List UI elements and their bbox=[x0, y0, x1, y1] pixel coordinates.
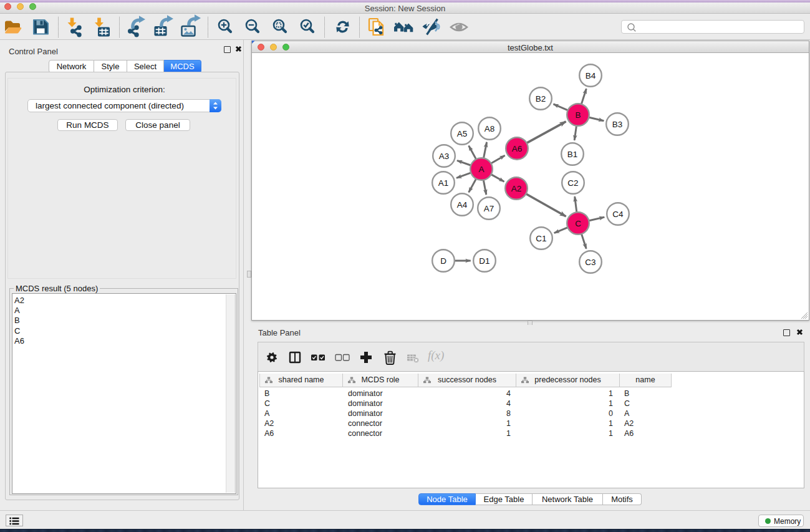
svg-text:B3: B3 bbox=[612, 120, 623, 129]
svg-text:C3: C3 bbox=[585, 258, 595, 267]
svg-text:C4: C4 bbox=[612, 210, 624, 219]
svg-text:A1: A1 bbox=[438, 178, 449, 188]
svg-text:A6: A6 bbox=[512, 144, 523, 153]
svg-text:A3: A3 bbox=[439, 152, 450, 161]
svg-text:A: A bbox=[478, 165, 484, 174]
svg-text:D: D bbox=[440, 256, 446, 266]
svg-text:A2: A2 bbox=[511, 184, 522, 193]
svg-text:A4: A4 bbox=[457, 200, 468, 210]
svg-text:C1: C1 bbox=[536, 234, 546, 243]
svg-text:B1: B1 bbox=[567, 150, 578, 159]
svg-text:B: B bbox=[575, 110, 581, 120]
svg-text:B2: B2 bbox=[536, 94, 546, 104]
svg-text:C2: C2 bbox=[567, 178, 578, 188]
svg-text:A5: A5 bbox=[457, 129, 468, 138]
svg-text:A7: A7 bbox=[484, 204, 494, 213]
svg-text:D1: D1 bbox=[479, 256, 489, 266]
svg-text:C: C bbox=[575, 219, 581, 228]
svg-text:A8: A8 bbox=[485, 124, 495, 133]
svg-text:B4: B4 bbox=[586, 71, 596, 80]
